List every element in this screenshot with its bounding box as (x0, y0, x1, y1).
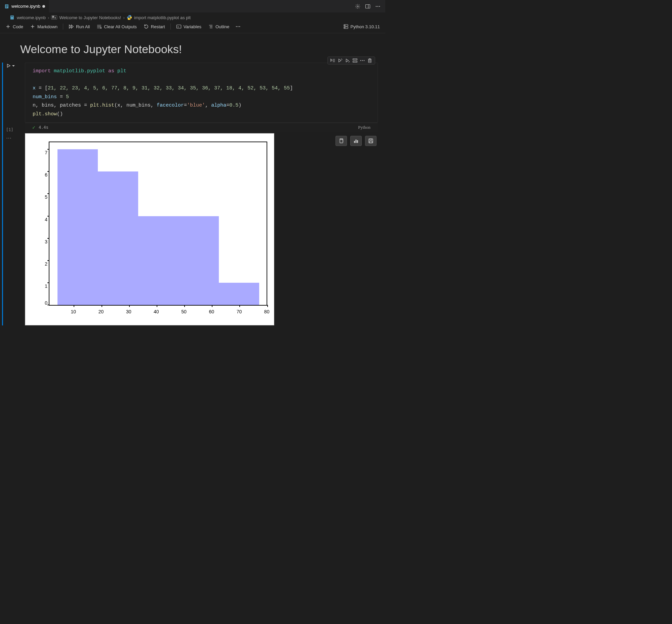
x-axis-ticks: 1020304050607080 (49, 309, 267, 315)
svg-line-42 (348, 61, 350, 62)
svg-marker-55 (7, 64, 10, 67)
code-editor[interactable]: import matplotlib.pyplot as plt x = [21,… (25, 62, 378, 123)
cell-gutter: [1] ⋯ (6, 62, 24, 141)
variables-button[interactable]: x Variables (174, 23, 204, 30)
histogram-bar (57, 149, 98, 305)
more-icon[interactable] (375, 4, 381, 9)
notebook-body: Welcome to Jupyter Notebooks! [1] ⋯ impo… (0, 33, 385, 332)
svg-point-30 (239, 26, 240, 27)
dirty-indicator-icon (42, 5, 45, 8)
svg-rect-48 (368, 59, 371, 62)
success-check-icon: ✓ (32, 124, 35, 130)
svg-rect-43 (353, 59, 357, 60)
histogram-bar (98, 172, 138, 305)
execute-above-icon[interactable] (337, 57, 343, 63)
svg-marker-35 (331, 59, 332, 61)
toolbar-label: Variables (184, 24, 201, 29)
execution-time: 4.4s (38, 125, 48, 130)
more-icon[interactable] (359, 57, 365, 63)
plot-frame (49, 141, 267, 306)
add-code-button[interactable]: Code (3, 23, 26, 30)
breadcrumb-section[interactable]: Welcome to Jupyter Notebooks! (59, 15, 121, 20)
output-more-icon[interactable]: ⋯ (6, 132, 24, 141)
clear-icon (97, 24, 102, 29)
run-cell-button[interactable] (6, 62, 24, 68)
editor-tab[interactable]: welcome.ipynb (0, 0, 49, 12)
split-cell-icon[interactable] (352, 57, 358, 63)
histogram-bar (138, 216, 179, 305)
svg-point-45 (360, 60, 361, 61)
svg-rect-5 (366, 4, 370, 8)
svg-marker-41 (346, 59, 348, 62)
svg-point-34 (344, 28, 345, 28)
histogram-chart: 01234567 1020304050607080 (25, 133, 274, 326)
svg-point-4 (357, 6, 358, 7)
svg-rect-62 (370, 139, 372, 140)
toolbar-label: Outline (215, 24, 229, 29)
histogram-bar (179, 216, 219, 305)
tab-filename: welcome.ipynb (11, 4, 40, 9)
restart-icon (144, 24, 149, 29)
svg-rect-59 (356, 139, 357, 143)
split-panel-icon[interactable] (365, 4, 370, 9)
save-output-button[interactable] (365, 136, 377, 146)
svg-point-47 (364, 60, 365, 61)
svg-rect-10 (10, 16, 14, 20)
plus-icon (5, 24, 11, 29)
svg-rect-11 (11, 16, 13, 17)
svg-rect-63 (369, 141, 372, 143)
run-by-line-icon[interactable] (330, 57, 336, 63)
svg-marker-16 (69, 25, 71, 28)
chevron-right-icon: › (48, 15, 49, 20)
svg-rect-44 (353, 61, 357, 62)
run-all-button[interactable]: Run All (66, 23, 93, 30)
restart-button[interactable]: Restart (141, 23, 168, 30)
svg-rect-58 (354, 141, 355, 143)
breadcrumb-cell[interactable]: import matplotlib.pyplot as plt (134, 15, 190, 20)
gear-icon[interactable] (355, 4, 360, 9)
execution-count: [1] (6, 68, 24, 132)
chevron-right-icon: › (123, 15, 124, 20)
copy-output-button[interactable] (336, 136, 347, 146)
breadcrumb-file[interactable]: welcome.ipynb (17, 15, 46, 20)
svg-marker-56 (12, 65, 15, 67)
delete-icon[interactable] (367, 57, 373, 63)
outline-button[interactable]: Outline (205, 23, 232, 30)
kernel-label: Python 3.10.11 (351, 24, 380, 29)
toolbar-label: Restart (151, 24, 165, 29)
svg-rect-3 (6, 7, 7, 7)
svg-marker-39 (339, 59, 341, 62)
svg-point-8 (378, 6, 379, 7)
markdown-icon: M↓ (51, 16, 57, 20)
svg-point-7 (376, 6, 377, 7)
svg-rect-60 (357, 140, 358, 143)
more-icon[interactable] (235, 24, 241, 29)
python-icon (127, 15, 132, 20)
svg-rect-23 (177, 25, 181, 28)
svg-rect-2 (6, 6, 8, 6)
output-actions (336, 136, 377, 146)
svg-point-33 (344, 25, 345, 26)
execute-below-icon[interactable] (344, 57, 351, 63)
clear-outputs-button[interactable]: Clear All Outputs (94, 23, 139, 30)
svg-line-40 (341, 59, 342, 60)
tab-bar-actions (355, 0, 385, 12)
cell-language[interactable]: Python (358, 125, 370, 130)
toolbar-label: Code (13, 24, 23, 29)
code-cell: [1] ⋯ import matplotlib.pyplot as plt x … (0, 62, 385, 326)
toolbar-label: Markdown (37, 24, 57, 29)
notebook-file-icon (9, 15, 15, 20)
chart-output-button[interactable] (350, 136, 362, 146)
svg-point-28 (236, 26, 237, 27)
svg-text:x: x (178, 26, 179, 28)
toolbar-label: Run All (76, 24, 90, 29)
kernel-selector[interactable]: Python 3.10.11 (340, 23, 383, 30)
add-markdown-button[interactable]: Markdown (27, 23, 60, 30)
tab-bar: welcome.ipynb (0, 0, 385, 13)
svg-rect-1 (6, 5, 8, 5)
svg-rect-57 (340, 139, 343, 143)
svg-point-29 (238, 26, 239, 27)
plus-icon (30, 24, 35, 29)
toolbar-label: Clear All Outputs (104, 24, 137, 29)
histogram-bar (219, 283, 259, 305)
